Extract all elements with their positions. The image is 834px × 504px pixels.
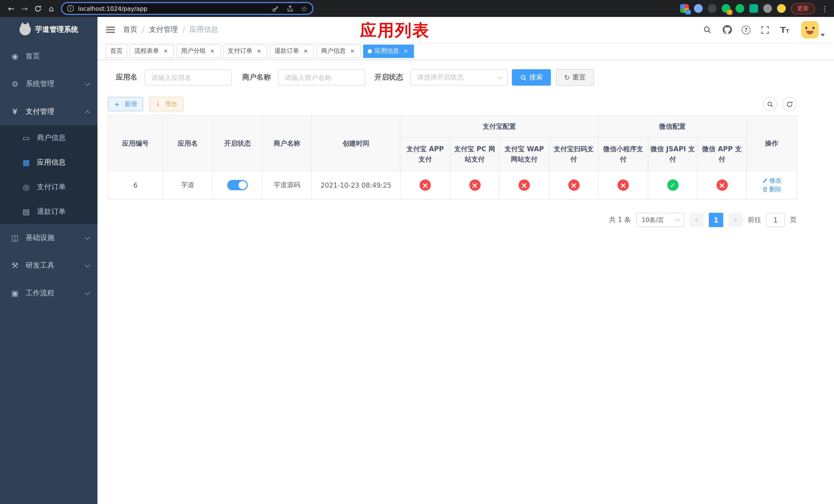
close-circle-icon: [519, 180, 530, 191]
merchant-name-label: 商户名称: [242, 73, 271, 82]
export-button[interactable]: 导出: [149, 97, 183, 111]
home-icon[interactable]: ⌂: [45, 2, 58, 15]
password-key-icon[interactable]: [270, 3, 281, 14]
extension-icon-green-1[interactable]: 1: [722, 4, 730, 13]
goto-page-input[interactable]: [766, 213, 785, 227]
cell-alipay-app: [400, 171, 450, 199]
github-icon[interactable]: [722, 24, 733, 36]
bookmark-star-icon[interactable]: ☆: [299, 3, 309, 14]
sidebar-item-home[interactable]: ◉ 首页: [0, 43, 97, 70]
next-page-button[interactable]: [728, 213, 743, 227]
close-circle-icon: [618, 180, 629, 191]
page-size-select[interactable]: 10条/页: [636, 213, 684, 227]
user-avatar[interactable]: [801, 21, 825, 39]
cell-create-time: 2021-10-23 08:49:25: [312, 171, 400, 199]
share-icon[interactable]: [285, 3, 295, 14]
sidebar-item-workflow[interactable]: ▣ 工作流程: [0, 279, 97, 307]
back-icon[interactable]: ←: [5, 2, 18, 15]
app-name-input[interactable]: [145, 69, 232, 86]
tab-close-icon[interactable]: [349, 47, 356, 54]
tools-icon: ⚒: [9, 261, 21, 270]
extension-icon-blue-drop[interactable]: [694, 4, 703, 13]
breadcrumb-separator: [182, 26, 185, 34]
status-select[interactable]: 请选择开启状态: [410, 69, 508, 86]
merchant-name-input[interactable]: [278, 69, 365, 86]
sidebar-item-system[interactable]: ⚙ 系统管理: [0, 70, 97, 98]
tab-home[interactable]: 首页: [106, 44, 127, 58]
target-icon: ◎: [21, 183, 32, 192]
chevron-down-icon: [675, 216, 680, 222]
delete-button[interactable]: 删除: [762, 185, 782, 194]
sidebar-item-payment[interactable]: ¥ 支付管理: [0, 98, 97, 125]
goto-label: 前往: [748, 215, 761, 225]
add-button[interactable]: 新增: [108, 97, 143, 111]
breadcrumb-current: 应用信息: [190, 25, 218, 35]
tab-pay-orders[interactable]: 支付订单: [223, 44, 267, 58]
tab-merchant-info[interactable]: 商户信息: [316, 44, 360, 58]
tab-user-group[interactable]: 用户分组: [176, 44, 221, 58]
site-info-icon[interactable]: [67, 5, 74, 12]
breadcrumb-section[interactable]: 支付管理: [149, 25, 178, 35]
payment-submenu: ▭ 商户信息 ▦ 应用信息 ◎ 支付订单 ▤ 退款订单: [0, 125, 97, 224]
column-group-wechat: 微信配置: [598, 116, 747, 137]
column-header-wechat-mini: 微信小程序支付: [598, 137, 648, 171]
extension-icon-teal[interactable]: [749, 4, 758, 13]
app-logo[interactable]: 芋道管理系统: [0, 17, 97, 43]
search-icon[interactable]: [702, 24, 713, 36]
hamburger-icon[interactable]: [97, 17, 123, 43]
column-header-app-name: 应用名: [163, 116, 213, 171]
search-button[interactable]: 搜索: [512, 69, 551, 86]
chrome-update-button[interactable]: 更新: [791, 3, 815, 14]
reset-button[interactable]: 重置: [556, 69, 594, 86]
tab-close-icon[interactable]: [209, 47, 216, 54]
url-text[interactable]: localhost:1024/pay/app: [78, 5, 266, 12]
navbar-actions: [702, 21, 825, 39]
sidebar-item-dev-tools[interactable]: ⚒ 研发工具: [0, 252, 97, 279]
refresh-table-button[interactable]: [782, 97, 796, 111]
prev-page-button[interactable]: [689, 213, 704, 227]
edit-button[interactable]: 修改: [762, 176, 782, 185]
tab-close-icon[interactable]: [402, 47, 409, 54]
toggle-search-button[interactable]: [763, 97, 777, 111]
caret-down-icon: [821, 34, 825, 37]
extension-icon-pin[interactable]: [763, 4, 772, 13]
tab-close-icon[interactable]: [256, 47, 263, 54]
font-size-icon[interactable]: [779, 24, 790, 36]
tab-app-info[interactable]: 应用信息: [363, 44, 414, 58]
reload-icon[interactable]: [31, 2, 45, 15]
extension-icon-green-2[interactable]: [736, 4, 744, 13]
grid-icon: ▦: [21, 158, 32, 167]
extension-icon-dark[interactable]: [708, 4, 717, 13]
trash-icon: [762, 187, 768, 192]
cell-status: [213, 171, 262, 199]
forward-icon[interactable]: →: [18, 2, 31, 15]
app-table: 应用编号 应用名 开启状态 商户名称 创建时间 支付宝配置 微信配置 操作 支付…: [108, 115, 797, 200]
browser-menu-icon[interactable]: [820, 4, 829, 13]
sidebar-item-merchant-info[interactable]: ▭ 商户信息: [0, 125, 97, 150]
browser-profile-avatar[interactable]: [777, 4, 786, 13]
fullscreen-icon[interactable]: [759, 24, 770, 36]
gear-icon: ⚙: [9, 79, 21, 89]
chevron-down-icon: [85, 290, 90, 295]
sidebar-item-refund-orders[interactable]: ▤ 退款订单: [0, 200, 97, 224]
address-bar[interactable]: localhost:1024/pay/app ☆: [61, 2, 313, 15]
tab-close-icon[interactable]: [162, 47, 169, 54]
logo-image: [19, 24, 30, 36]
check-circle-icon: [667, 180, 678, 191]
screen: ← → ⌂ localhost:1024/pay/app ☆ 10 1: [0, 0, 834, 504]
document-icon: ▤: [21, 207, 32, 216]
sidebar-item-app-info[interactable]: ▦ 应用信息: [0, 150, 97, 175]
tab-refund-orders[interactable]: 退款订单: [270, 44, 314, 58]
sidebar-item-infrastructure[interactable]: ◫ 基础设施: [0, 224, 97, 252]
sidebar-item-pay-orders[interactable]: ◎ 支付订单: [0, 175, 97, 200]
filter-form: 应用名 商户名称 开启状态 请选择开启状态 搜索: [108, 69, 796, 86]
extension-icon-colorful[interactable]: 10: [680, 4, 689, 13]
tab-process-form[interactable]: 流程表单: [130, 44, 174, 58]
status-toggle[interactable]: [227, 180, 248, 190]
breadcrumb-home[interactable]: 首页: [123, 25, 137, 35]
page-number-button[interactable]: 1: [709, 213, 723, 227]
close-circle-icon: [568, 180, 579, 191]
help-icon[interactable]: [742, 25, 750, 34]
tab-close-icon[interactable]: [302, 47, 309, 54]
pagination: 共 1 条 10条/页 1 前往 页: [108, 213, 796, 227]
